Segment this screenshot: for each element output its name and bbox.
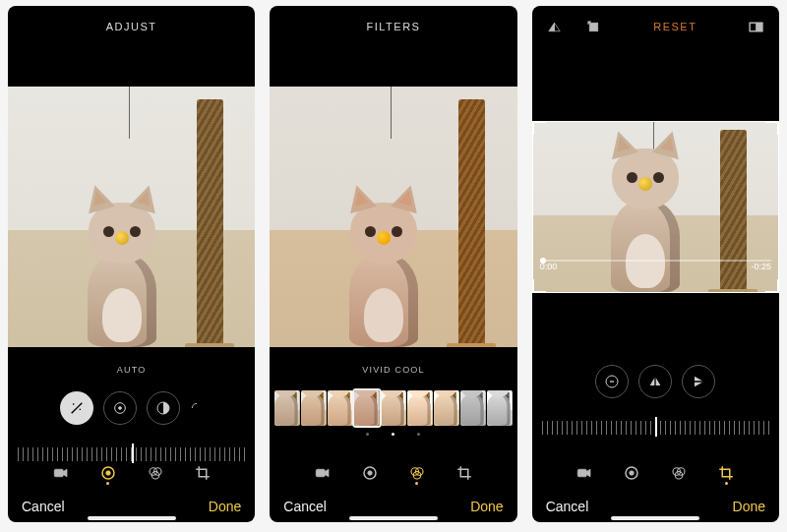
filter-thumb-silvertone[interactable] [487,390,513,426]
adjust-mode-label: AUTO [8,365,255,379]
crop-handle-br[interactable] [765,279,779,293]
header-title: FILTERS [367,21,421,32]
reset-button[interactable]: RESET [653,21,696,32]
contrast-button[interactable] [147,391,180,425]
filter-thumb-dramatic[interactable] [381,390,406,426]
more-tools-peek[interactable] [190,391,204,425]
bottom-tabs [270,463,516,483]
footer: Cancel Done [270,499,516,514]
header-crop: RESET [532,6,779,47]
tab-video[interactable] [575,463,594,483]
filter-thumb-vivid[interactable] [301,390,327,426]
done-button[interactable]: Done [733,499,765,514]
home-indicator[interactable] [349,516,438,520]
svg-rect-9 [316,469,325,477]
home-indicator[interactable] [611,516,699,520]
tab-crop[interactable] [193,463,212,483]
filter-thumb-dramatic-warm[interactable] [407,390,433,426]
preview-image[interactable] [8,87,255,347]
tab-adjust[interactable] [360,463,380,483]
flip-vertical-button[interactable] [682,365,715,398]
svg-rect-19 [610,381,614,382]
time-end: -0:25 [751,262,771,271]
bottom-tabs [8,463,255,483]
flip-icon[interactable] [540,19,570,35]
filter-thumb-mono[interactable] [460,390,486,426]
auto-wand-button[interactable] [60,391,93,425]
crop-handle-tl[interactable] [532,121,546,135]
tab-filters[interactable] [146,463,165,483]
tab-filters[interactable] [669,463,689,483]
tab-filters[interactable] [407,463,427,483]
svg-rect-17 [757,23,762,31]
svg-point-11 [368,471,373,476]
filter-thumb-vivid-cool[interactable] [354,390,380,426]
adjust-tool-row [8,388,255,428]
time-start: 0:00 [540,262,558,271]
footer: Cancel Done [8,499,255,514]
flip-horizontal-button[interactable] [638,365,672,398]
filter-thumb-dramatic-cool[interactable] [434,390,459,426]
header-title: ADJUST [106,21,157,32]
tab-adjust[interactable] [98,463,118,483]
cancel-button[interactable]: Cancel [283,499,327,514]
svg-point-22 [630,471,635,476]
crop-preview[interactable]: 0:00 -0:25 [532,121,779,293]
crop-handle-tr[interactable] [765,121,779,135]
tab-video[interactable] [313,463,333,483]
aspect-ratio-icon[interactable] [742,19,771,35]
svg-rect-15 [589,23,598,31]
cancel-button[interactable]: Cancel [22,499,65,514]
screen-crop: RESET 0:00 -0:25 [532,6,779,522]
done-button[interactable]: Done [470,499,503,514]
filter-thumb-original[interactable] [274,390,300,426]
home-indicator[interactable] [88,516,176,520]
preview-image[interactable] [270,87,516,347]
tab-crop[interactable] [454,463,474,483]
video-timestamps: 0:00 -0:25 [532,262,779,271]
crop-handle-bl[interactable] [532,279,546,293]
bottom-tabs [532,463,779,483]
crop-tool-row [532,362,779,401]
header-filters: FILTERS [270,6,516,47]
header-adjust: ADJUST [8,6,255,47]
rotation-slider[interactable] [532,413,779,443]
filter-thumbnails[interactable] [270,388,516,428]
cancel-button[interactable]: Cancel [546,499,589,514]
screen-filters: FILTERS VIVID COOL Cancel Done [270,6,516,522]
tab-adjust[interactable] [622,463,641,483]
filter-name-label: VIVID COOL [270,365,516,379]
svg-point-1 [118,407,121,410]
filter-intensity-dots [270,433,516,439]
tab-crop[interactable] [716,463,736,483]
svg-rect-20 [578,469,587,477]
screen-adjust: ADJUST AUTO [8,6,255,522]
straighten-button[interactable] [595,365,629,398]
svg-rect-3 [54,469,63,477]
rotate-icon[interactable] [579,19,609,35]
done-button[interactable]: Done [209,499,241,514]
tab-video[interactable] [51,463,71,483]
filter-thumb-vivid-warm[interactable] [328,390,353,426]
svg-point-5 [105,471,110,476]
footer: Cancel Done [532,499,779,514]
exposure-button[interactable] [103,391,137,425]
